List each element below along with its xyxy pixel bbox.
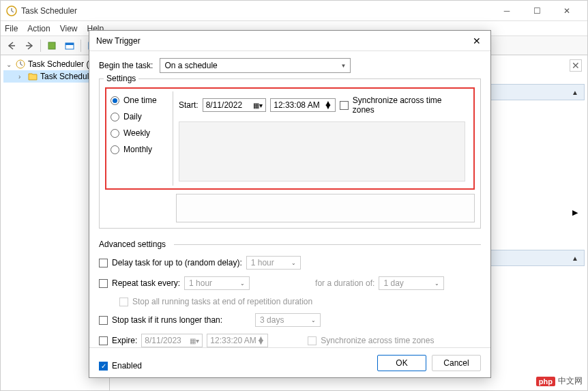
delay-checkbox[interactable]: [99, 259, 108, 267]
new-trigger-dialog: New Trigger ✕ Begin the task: On a sched…: [89, 30, 491, 378]
spinner-icon: ▲▼: [256, 337, 265, 344]
stop-longer-row: Stop task if it runs longer than: 3 days…: [99, 313, 481, 327]
spinner-icon: ▲▼: [324, 102, 332, 108]
dialog-titlebar: New Trigger ✕: [89, 31, 490, 51]
radio-monthly[interactable]: Monthly: [111, 145, 171, 154]
expand-icon[interactable]: ⌄: [6, 61, 13, 68]
radio-one-time-label: One time: [123, 96, 157, 105]
radio-icon: [111, 113, 119, 121]
start-time-value: 12:33:08 AM: [274, 100, 319, 110]
chevron-up-icon: ▲: [572, 89, 578, 96]
expire-date-value: 8/11/2023: [145, 336, 181, 345]
chevron-down-icon: ⌄: [435, 280, 439, 287]
expire-label: Expire:: [112, 336, 137, 345]
tree-root-label: Task Scheduler (L: [28, 59, 93, 69]
dialog-close-button[interactable]: ✕: [470, 34, 484, 48]
highlighted-settings-box: One time Daily Weekly Monthly: [105, 87, 475, 190]
expire-time-input[interactable]: 12:33:20 AM ▲▼: [207, 334, 268, 347]
expire-sync-checkbox: [308, 336, 317, 345]
chevron-down-icon: ⌄: [311, 317, 316, 323]
begin-task-row: Begin the task: On a schedule ▼: [99, 58, 481, 73]
menu-file[interactable]: File: [5, 24, 18, 33]
start-date-input[interactable]: 8/11/2022 ▦▾: [203, 98, 267, 112]
close-button[interactable]: ✕: [552, 1, 582, 20]
radio-daily-label: Daily: [123, 112, 142, 121]
chevron-up-icon: ▲: [572, 255, 578, 262]
titlebar: Task Scheduler ─ ☐ ✕: [1, 1, 587, 21]
extra-settings-box: [176, 194, 475, 222]
delay-row: Delay task for up to (random delay): 1 h…: [99, 256, 481, 270]
minimize-button[interactable]: ─: [492, 1, 522, 20]
duration-label: for a duration of:: [315, 278, 374, 288]
stop-longer-value: 3 days: [260, 315, 284, 325]
start-time-input[interactable]: 12:33:08 AM ▲▼: [270, 98, 336, 112]
duration-value: 1 day: [383, 278, 403, 288]
radio-weekly-label: Weekly: [123, 128, 150, 138]
expire-checkbox[interactable]: [99, 336, 108, 345]
back-button[interactable]: [3, 38, 20, 53]
begin-task-value: On a schedule: [164, 61, 217, 70]
delay-value: 1 hour: [251, 258, 274, 267]
toolbar-icon-2[interactable]: [61, 38, 78, 53]
cancel-button[interactable]: Cancel: [432, 355, 481, 371]
advanced-legend: Advanced settings: [99, 240, 481, 249]
sync-checkbox[interactable]: [340, 101, 349, 110]
stop-running-row: Stop all running tasks at end of repetit…: [119, 297, 481, 306]
stop-longer-combo[interactable]: 3 days ⌄: [255, 313, 321, 327]
window-title: Task Scheduler: [21, 6, 492, 16]
schedule-detail-panel: [179, 121, 465, 182]
expand-icon[interactable]: ›: [18, 73, 25, 81]
menu-action[interactable]: Action: [27, 24, 50, 33]
settings-fieldset: Settings One time Daily Weekly: [99, 78, 481, 229]
delay-label: Delay task for up to (random delay):: [112, 258, 242, 267]
begin-task-label: Begin the task:: [99, 61, 153, 70]
radio-icon: [111, 145, 119, 154]
calendar-icon: ▦▾: [253, 102, 263, 109]
duration-combo[interactable]: 1 day ⌄: [379, 276, 444, 290]
maximize-button[interactable]: ☐: [522, 1, 552, 20]
toolbar-icon-1[interactable]: [44, 38, 60, 53]
svg-rect-1: [48, 42, 55, 49]
watermark-logo: php: [536, 377, 555, 386]
radio-weekly[interactable]: Weekly: [111, 128, 171, 138]
ok-button[interactable]: OK: [377, 355, 426, 371]
expire-row: Expire: 8/11/2023 ▦▾ 12:33:20 AM ▲▼ Sync…: [99, 334, 481, 347]
repeat-checkbox[interactable]: [99, 279, 108, 288]
panel-close-icon[interactable]: ✕: [570, 59, 582, 72]
expire-sync-label: Synchronize across time zones: [321, 336, 434, 345]
tree-child-label: Task Schedule: [40, 72, 93, 81]
chevron-down-icon: ⌄: [291, 260, 296, 266]
dialog-title: New Trigger: [96, 36, 470, 46]
chevron-down-icon: ⌄: [240, 280, 245, 287]
begin-task-combo[interactable]: On a schedule ▼: [160, 58, 351, 73]
svg-rect-3: [65, 43, 74, 45]
radio-icon: [111, 96, 119, 105]
radio-icon: [111, 129, 119, 138]
start-date-value: 8/11/2022: [206, 100, 242, 110]
repeat-row: Repeat task every: 1 hour ⌄ for a durati…: [99, 276, 481, 290]
play-icon[interactable]: ▶: [572, 208, 578, 217]
watermark: php 中文网: [536, 375, 583, 387]
repeat-combo[interactable]: 1 hour ⌄: [184, 276, 250, 290]
clock-icon: [16, 59, 25, 69]
sync-label: Synchronize across time zones: [353, 96, 465, 115]
chevron-down-icon: ▼: [340, 63, 346, 69]
settings-legend: Settings: [104, 74, 138, 83]
menu-view[interactable]: View: [60, 24, 78, 33]
calendar-icon: ▦▾: [190, 337, 199, 345]
radio-one-time[interactable]: One time: [111, 96, 171, 105]
watermark-text: 中文网: [558, 375, 583, 387]
radio-daily[interactable]: Daily: [111, 112, 171, 121]
expire-time-value: 12:33:20 AM: [210, 336, 256, 345]
settings-detail-column: Start: 8/11/2022 ▦▾ 12:33:08 AM ▲▼ Synch…: [173, 91, 471, 186]
dialog-body: Begin the task: On a schedule ▼ Settings…: [89, 51, 490, 384]
stop-longer-checkbox[interactable]: [99, 316, 108, 325]
radio-monthly-label: Monthly: [123, 145, 152, 154]
forward-button[interactable]: [21, 38, 38, 53]
stop-running-checkbox: [119, 298, 128, 306]
schedule-radio-group: One time Daily Weekly Monthly: [109, 91, 173, 186]
delay-combo[interactable]: 1 hour ⌄: [246, 256, 301, 270]
start-label: Start:: [179, 100, 199, 110]
expire-date-input[interactable]: 8/11/2023 ▦▾: [141, 334, 203, 347]
repeat-label: Repeat task every:: [112, 278, 180, 288]
